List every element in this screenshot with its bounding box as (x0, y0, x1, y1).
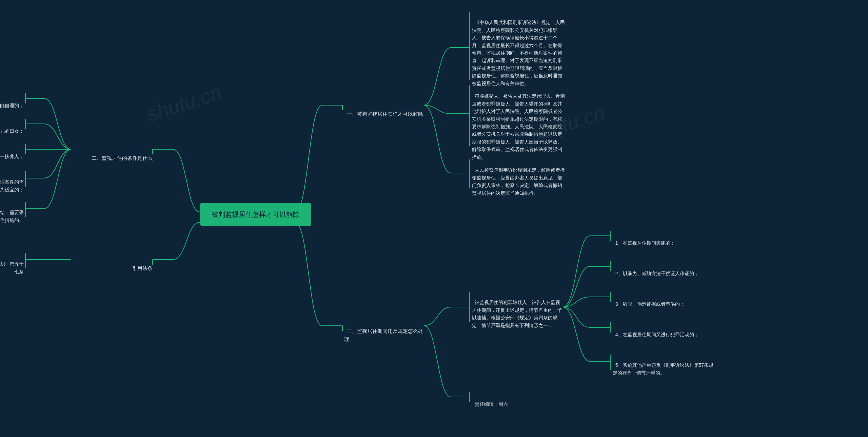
branch-2-leaf-3-text: 3、系生活不能自理的人的唯一扶养人； (0, 154, 24, 159)
branch-1-leaf-1[interactable]: 《中华人民共和国刑事诉讼法》规定，人民法院、人民检察院和公安机关对犯罪嫌疑人、被… (472, 11, 565, 87)
branch-3-sub-1-leaf-2-text: 2、以暴力、威胁方法干扰证人作证的； (615, 271, 699, 276)
root-node[interactable]: 被判监视居住怎样才可以解除 (200, 203, 311, 226)
branch-3-sub-1-leaf-5[interactable]: 5、实施其他严重违反《刑事诉讼法》第57条规定的行为，情节严重的。 (613, 354, 714, 377)
branch-3-sub-1-leaf-2[interactable]: 2、以暴力、威胁方法干扰证人作证的； (613, 262, 714, 278)
branch-3-sub-2[interactable]: 责任编辑：周六 (472, 393, 564, 408)
branch-3-sub-1-leaf-4[interactable]: 4、在监视居住期间又进行犯罪活动的； (613, 323, 714, 339)
branch-2-leaf-3[interactable]: 3、系生活不能自理的人的唯一扶养人； (0, 145, 24, 160)
branch-2-leaf-4[interactable]: 4、因为案件的特殊情况或者办理案件的需要，采取监视居住措施更为适宜的； (0, 171, 24, 193)
branch-ref-title: 引用法条 (132, 265, 153, 271)
branch-3-sub-1-text: 被监视居住的犯罪嫌疑人、被告人在监视居住期间，违反上述规定，情节严重的，予以逮捕… (472, 300, 562, 328)
connector-lines (0, 0, 868, 437)
branch-ref-leaf-1[interactable]: [1]《中华人民共和国刑事诉讼法》 第五十七条 (0, 253, 24, 276)
branch-2[interactable]: 二、监视居住的条件是什么 (73, 146, 153, 162)
watermark: shutu.cn (144, 80, 224, 127)
branch-2-leaf-1-text: 1、患有严重疾病、生活不能自理的； (0, 103, 24, 108)
branch-3-sub-1-leaf-4-text: 4、在监视居住期间又进行犯罪活动的； (615, 332, 699, 337)
branch-2-leaf-4-text: 4、因为案件的特殊情况或者办理案件的需要，采取监视居住措施更为适宜的； (0, 179, 24, 192)
branch-ref[interactable]: 引用法条 (73, 256, 153, 272)
branch-3-sub-1-leaf-1[interactable]: 1、在监视居住期间逃跑的； (613, 232, 714, 247)
branch-3-sub-2-text: 责任编辑：周六 (475, 401, 508, 407)
branch-3-title: 三、监视居住期间违反规定怎么处理 (344, 328, 423, 342)
branch-1[interactable]: 一、被判监视居住怎样才可以解除 (344, 102, 424, 118)
branch-2-leaf-1[interactable]: 1、患有严重疾病、生活不能自理的； (0, 94, 24, 110)
branch-ref-leaf-1-text: [1]《中华人民共和国刑事诉讼法》 第五十七条 (0, 261, 24, 274)
branch-3-sub-1[interactable]: 被监视居住的犯罪嫌疑人、被告人在监视居住期间，违反上述规定，情节严重的，予以逮捕… (472, 291, 564, 329)
branch-3-sub-1-leaf-3-text: 3、毁灭、伪造证据或者串供的； (615, 301, 685, 307)
branch-2-leaf-2[interactable]: 2、怀孕或者正在哺乳自己婴儿的妇女； (0, 120, 24, 135)
branch-2-leaf-5[interactable]: 5、羁押期限届满，案件尚未办结，需要采取监视居住措施的。 (0, 201, 24, 224)
mindmap-canvas: { "watermark": "shutu.cn", "root": { "ti… (0, 0, 868, 437)
branch-3-sub-1-leaf-1-text: 1、在监视居住期间逃跑的； (615, 240, 675, 246)
branch-2-leaf-2-text: 2、怀孕或者正在哺乳自己婴儿的妇女； (0, 128, 24, 134)
branch-1-title: 一、被判监视居住怎样才可以解除 (347, 111, 423, 117)
branch-3[interactable]: 三、监视居住期间违反规定怎么处理 (344, 319, 424, 343)
branch-3-sub-1-leaf-5-text: 5、实施其他严重违反《刑事诉讼法》第57条规定的行为，情节严重的。 (613, 362, 713, 375)
root-title: 被判监视居住怎样才可以解除 (212, 211, 300, 218)
branch-2-title: 二、监视居住的条件是什么 (92, 155, 153, 161)
branch-3-sub-1-leaf-3[interactable]: 3、毁灭、伪造证据或者串供的； (613, 293, 714, 308)
branch-1-leaf-1-text: 《中华人民共和国刑事诉讼法》规定，人民法院、人民检察院和公安机关对犯罪嫌疑人、被… (472, 20, 565, 86)
branch-1-leaf-3[interactable]: 人民检察院刑事诉讼规则规定，解除或者撤销监视居住，应当由办案人员提出意见，部门负… (472, 159, 565, 197)
branch-1-leaf-2[interactable]: 犯罪嫌疑人、被告人及其法定代理人、近亲属或者犯罪嫌疑人、被告人委托的律师及其他辩… (472, 85, 565, 161)
branch-1-leaf-3-text: 人民检察院刑事诉讼规则规定，解除或者撤销监视居住，应当由办案人员提出意见，部门负… (472, 167, 565, 195)
branch-2-leaf-5-text: 5、羁押期限届满，案件尚未办结，需要采取监视居住措施的。 (0, 210, 24, 223)
branch-1-leaf-2-text: 犯罪嫌疑人、被告人及其法定代理人、近亲属或者犯罪嫌疑人、被告人委托的律师及其他辩… (472, 93, 565, 159)
